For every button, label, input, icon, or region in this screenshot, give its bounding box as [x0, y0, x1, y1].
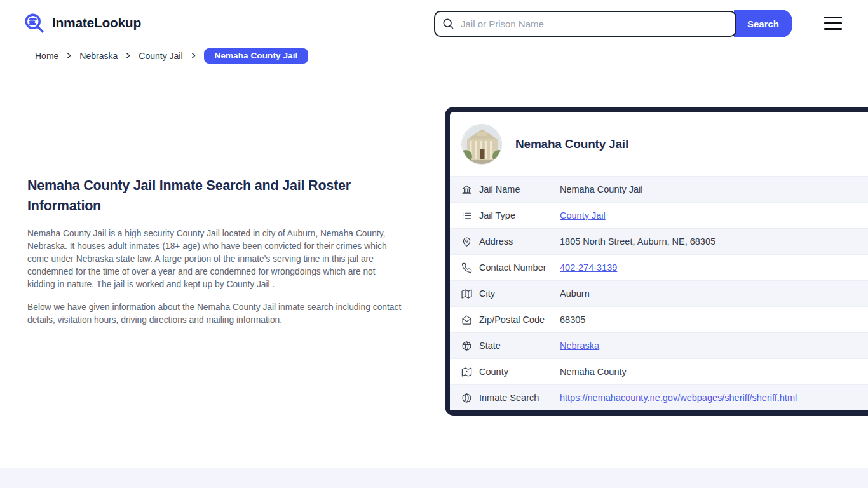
brand-name: InmateLookup	[52, 15, 141, 30]
info-row-zip-postal-code: Zip/Postal Code68305	[450, 306, 868, 332]
info-row-county: CountyNemaha County	[450, 358, 868, 384]
jail-name-value: Nemaha County Jail	[560, 184, 643, 194]
menu-icon[interactable]	[824, 17, 842, 30]
chevron-right-icon	[65, 52, 72, 59]
city-label: City	[479, 288, 560, 299]
chevron-right-icon	[190, 52, 197, 59]
brand-logo[interactable]: InmateLookup	[23, 11, 141, 34]
search-icon	[442, 17, 454, 30]
address-value: 1805 North Street, Auburn, NE, 68305	[560, 236, 715, 247]
jail-type-label: Jail Type	[479, 210, 560, 220]
info-row-city: CityAuburn	[450, 280, 868, 306]
address-label: Address	[479, 236, 560, 247]
city-value: Auburn	[560, 288, 590, 299]
info-row-inmate-search: Inmate Searchhttps://nemahacounty.ne.gov…	[450, 384, 868, 410]
info-row-jail-name: Jail NameNemaha County Jail	[450, 176, 868, 202]
breadcrumb: HomeNebraskaCounty JailNemaha County Jai…	[35, 48, 308, 63]
state-link[interactable]: Nebraska	[560, 341, 599, 351]
map-pin-icon	[461, 236, 472, 247]
info-row-address: Address1805 North Street, Auburn, NE, 68…	[450, 228, 868, 254]
jail-info-table: Jail NameNemaha County JailJail TypeCoun…	[450, 176, 868, 410]
bank-icon	[461, 184, 472, 195]
county-label: County	[479, 367, 560, 377]
article: Nemaha County Jail Inmate Search and Jai…	[27, 175, 403, 337]
list-icon	[461, 210, 472, 221]
site-search: Search	[434, 10, 792, 37]
jail-card-title: Nemaha County Jail	[515, 137, 628, 151]
zip-postal-code-value: 68305	[560, 315, 585, 325]
county-value: Nemaha County	[560, 367, 627, 377]
page: InmateLookup Search HomeNebraskaCounty J…	[0, 0, 868, 488]
summary-paragraph: Below we have given information about th…	[27, 301, 403, 327]
page-title: Nemaha County Jail Inmate Search and Jai…	[27, 175, 403, 216]
info-row-jail-type: Jail TypeCounty Jail	[450, 202, 868, 228]
breadcrumb-link-home[interactable]: Home	[35, 51, 58, 61]
zip-postal-code-label: Zip/Postal Code	[479, 315, 560, 325]
info-row-contact-number: Contact Number402-274-3139	[450, 254, 868, 280]
info-row-state: StateNebraska	[450, 332, 868, 358]
jail-card-header: Nemaha County Jail	[450, 112, 868, 176]
globe-icon	[461, 341, 472, 351]
jail-photo	[461, 124, 502, 165]
chevron-right-icon	[125, 52, 132, 59]
contact-number-link[interactable]: 402-274-3139	[560, 262, 617, 273]
inmate-search-link[interactable]: https://nemahacounty.ne.gov/webpages/she…	[560, 393, 797, 403]
magnifier-logo-icon	[23, 11, 46, 34]
state-label: State	[479, 341, 560, 351]
breadcrumb-badge-nemaha-county-jail[interactable]: Nemaha County Jail	[204, 48, 309, 64]
jail-name-label: Jail Name	[479, 184, 560, 194]
jail-info-card: Nemaha County Jail Jail NameNemaha Count…	[445, 107, 868, 416]
county-map-icon	[461, 367, 472, 377]
contact-number-label: Contact Number	[479, 262, 560, 273]
breadcrumb-link-county-jail[interactable]: County Jail	[139, 51, 182, 61]
footer-strip	[0, 468, 868, 488]
website-icon	[461, 393, 472, 403]
search-input[interactable]	[434, 11, 736, 37]
search-button[interactable]: Search	[734, 10, 792, 37]
inmate-search-label: Inmate Search	[479, 393, 560, 403]
mail-open-icon	[461, 315, 472, 325]
intro-paragraph: Nemaha County Jail is a high security Co…	[27, 227, 403, 291]
jail-type-link[interactable]: County Jail	[560, 210, 606, 220]
phone-icon	[461, 262, 472, 273]
map-icon	[461, 288, 472, 299]
breadcrumb-link-nebraska[interactable]: Nebraska	[79, 51, 118, 61]
